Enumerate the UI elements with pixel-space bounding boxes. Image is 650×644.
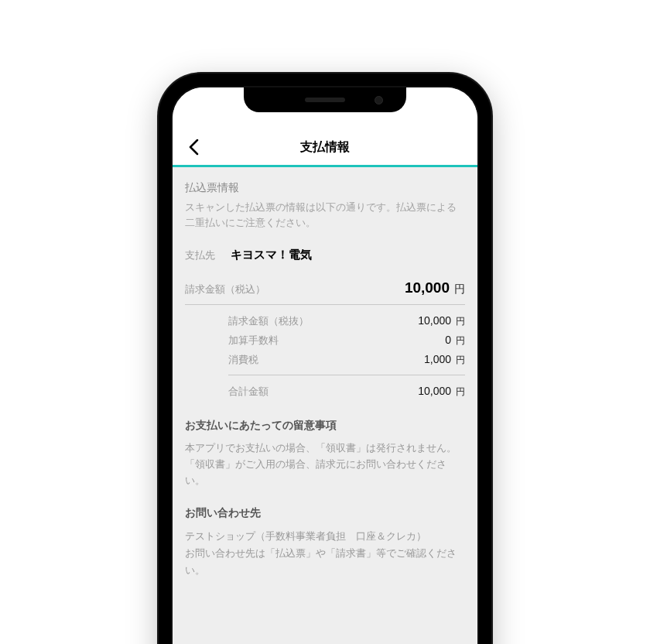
phone-screen: 支払情報 払込票情報 スキャンした払込票の情報は以下の通りです。払込票による二重… [173, 87, 477, 644]
amount-sub-row: 請求金額（税抜） 10,000 円 [228, 314, 465, 328]
notes-title: お支払いにあたっての留意事項 [185, 419, 465, 433]
contact-body: テストショップ（手数料事業者負担 口座＆クレカ） お問い合わせ先は「払込票」や「… [185, 528, 465, 579]
amount-sub-value: 10,000 円 [418, 314, 465, 328]
slip-info-desc: スキャンした払込票の情報は以下の通りです。払込票による二重払いにご注意ください。 [185, 200, 465, 231]
amount-block: 請求金額（税込） 10,000 円 請求金額（税抜） 10,000 円 [185, 279, 465, 399]
amount-grand-unit: 円 [456, 385, 465, 399]
amount-sub-unit: 円 [456, 354, 465, 367]
amount-sub-label: 加算手数料 [228, 334, 279, 348]
amount-sub-unit: 円 [456, 315, 465, 328]
contact-line2: お問い合わせ先は「払込票」や「請求書」等でご確認ください。 [185, 547, 457, 576]
amount-grand-num: 10,000 [418, 385, 451, 397]
slip-info-title: 払込票情報 [185, 181, 465, 195]
phone-inner-rim: 支払情報 払込票情報 スキャンした払込票の情報は以下の通りです。払込票による二重… [171, 86, 479, 644]
amount-sub-value: 1,000 円 [424, 353, 465, 367]
amount-grand-label: 合計金額 [228, 385, 269, 399]
amount-sub-label: 消費税 [228, 353, 258, 367]
contact-line1: テストショップ（手数料事業者負担 口座＆クレカ） [185, 530, 426, 542]
amount-sub-num: 1,000 [424, 353, 451, 365]
amount-sub-num: 10,000 [418, 314, 451, 327]
phone-frame: 支払情報 払込票情報 スキャンした払込票の情報は以下の通りです。払込票による二重… [159, 74, 491, 644]
chevron-left-icon [188, 139, 199, 156]
amount-sub-row: 消費税 1,000 円 [228, 353, 465, 367]
amount-sub-label: 請求金額（税抜） [228, 314, 309, 328]
nav-header: 支払情報 [173, 129, 477, 165]
contact-title: お問い合わせ先 [185, 506, 465, 520]
amount-total-value: 10,000 円 [405, 279, 465, 296]
notes-body: 本アプリでお支払いの場合、「領収書」は発行されません。「領収書」がご入用の場合、… [185, 440, 465, 488]
payee-value: キヨスマ！電気 [231, 248, 312, 262]
amount-sub-block: 請求金額（税抜） 10,000 円 加算手数料 0 円 [185, 314, 465, 399]
notes-section: お支払いにあたっての留意事項 本アプリでお支払いの場合、「領収書」は発行されませ… [185, 419, 465, 488]
amount-total-row: 請求金額（税込） 10,000 円 [185, 279, 465, 305]
amount-grand-row: 合計金額 10,000 円 [228, 385, 465, 399]
amount-sub-num: 0 [445, 334, 451, 346]
amount-total-label: 請求金額（税込） [185, 283, 265, 296]
page-title: 支払情報 [300, 139, 350, 156]
contact-section: お問い合わせ先 テストショップ（手数料事業者負担 口座＆クレカ） お問い合わせ先… [185, 506, 465, 579]
amount-sub-row: 加算手数料 0 円 [228, 334, 465, 348]
payee-label: 支払先 [185, 248, 215, 262]
amount-grand-value: 10,000 円 [418, 385, 465, 399]
content-area: 払込票情報 スキャンした払込票の情報は以下の通りです。払込票による二重払いにご注… [173, 167, 477, 644]
front-camera [375, 96, 383, 104]
payee-row: 支払先 キヨスマ！電気 [185, 248, 465, 262]
amount-total-num: 10,000 [405, 279, 450, 296]
amount-sub-unit: 円 [456, 334, 465, 348]
speaker-grill [305, 98, 345, 102]
amount-sub-value: 0 円 [445, 334, 465, 348]
back-button[interactable] [182, 135, 205, 159]
amount-sub-divider [228, 375, 465, 375]
amount-total-unit: 円 [454, 283, 465, 296]
phone-notch [244, 87, 406, 112]
